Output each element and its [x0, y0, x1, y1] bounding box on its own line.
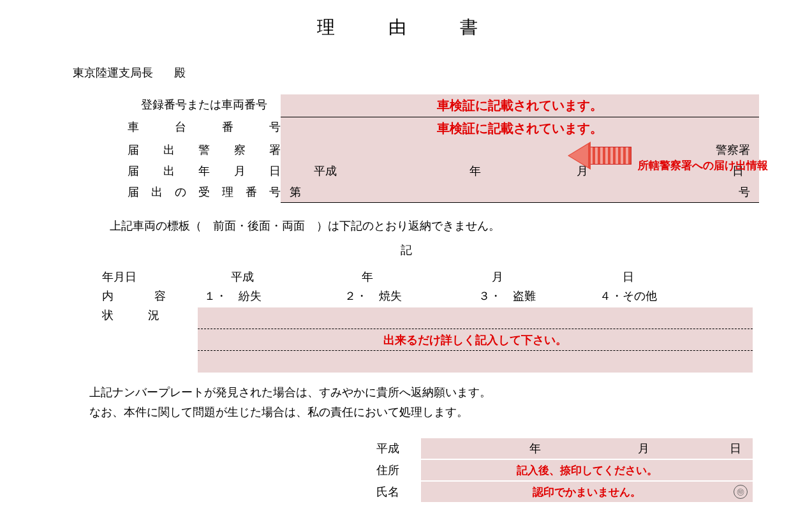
- plate-sentence: 上記車両の標板（ 前面・後面・両面 ）は下記のとおり返納できません。: [110, 218, 748, 233]
- field-event-date[interactable]: 平成 年 月 日: [204, 269, 753, 285]
- arrow-left-icon: [568, 147, 631, 165]
- footer-line-1: 上記ナンバープレートが発見された場合は、すみやかに貴所へ返納願います。: [89, 383, 748, 403]
- details-table: 年月日 平成 年 月 日 内 容 １・ 紛失 ２・ 焼失 ３・ 盗難 ４・その他…: [102, 269, 753, 373]
- footer-line-2: なお、本件に関して問題が生じた場合は、私の責任において処理します。: [89, 403, 748, 422]
- callout-police-info: 所轄警察署への届け出情報: [568, 140, 812, 171]
- option-lost[interactable]: １・ 紛失: [204, 288, 338, 304]
- row-event-date: 年月日 平成 年 月 日: [102, 269, 753, 285]
- label-chassis-number: 車 台 番 号: [128, 117, 281, 140]
- receipt-suffix: 号: [739, 184, 750, 200]
- callout-text: 所轄警察署への届け出情報: [638, 158, 768, 173]
- situation-line-1[interactable]: [198, 307, 753, 329]
- label-receipt-number: 届 出 の 受 理 番 号: [128, 182, 281, 203]
- era-label: 平成: [287, 163, 422, 179]
- situation-note: 出来るだけ詳しく記入して下さい。: [383, 332, 567, 348]
- addressee-honorific: 殿: [174, 66, 186, 79]
- reason-form: 理 由 書 東京陸運支局長 殿 登録番号または車両番号 車検証に記載されています…: [0, 0, 812, 525]
- label-address: 住所: [376, 462, 421, 478]
- option-burned[interactable]: ２・ 焼失: [344, 288, 472, 304]
- label-event-date: 年月日: [102, 269, 204, 285]
- document-title: 理 由 書: [64, 15, 748, 40]
- note-registration: 車検証に記載されています。: [287, 97, 753, 114]
- year-unit: 年: [422, 163, 529, 179]
- event-day-unit: 日: [623, 269, 753, 285]
- label-report-date: 届 出 年 月 日: [128, 161, 281, 182]
- sign-day-unit: 日: [730, 441, 741, 456]
- event-month-unit: 月: [492, 269, 623, 285]
- sign-era: 平成: [376, 441, 421, 456]
- plate-pre: 上記車両の標板（: [110, 219, 202, 232]
- signature-block: 平成 年 月 日 住所 記入後、捺印してください。 氏名 認印でかまいません。 …: [376, 438, 753, 502]
- addressee-name: 東京陸運支局長: [73, 66, 153, 79]
- event-year-unit: 年: [362, 269, 492, 285]
- sign-date-field[interactable]: 年 月 日: [421, 438, 753, 459]
- sign-row-address: 住所 記入後、捺印してください。: [376, 460, 753, 480]
- row-content: 内 容 １・ 紛失 ２・ 焼失 ３・ 盗難 ４・その他: [102, 288, 753, 304]
- addressee: 東京陸運支局長 殿: [73, 65, 748, 80]
- label-police-station: 届 出 警 察 署: [128, 140, 281, 161]
- situation-box[interactable]: 出来るだけ詳しく記入して下さい。: [198, 307, 753, 373]
- label-registration-number: 登録番号または車両番号: [128, 94, 281, 117]
- name-note: 認印でかまいません。: [533, 485, 641, 499]
- field-name[interactable]: 認印でかまいません。 ㊞: [421, 482, 753, 502]
- situation-line-2[interactable]: 出来るだけ詳しく記入して下さい。: [198, 329, 753, 351]
- plate-post: ）は下記のとおり返納できません。: [316, 219, 500, 232]
- event-era: 平成: [204, 269, 362, 285]
- situation-line-3[interactable]: [198, 351, 753, 373]
- label-content: 内 容: [102, 288, 204, 304]
- address-note: 記入後、捺印してください。: [517, 463, 658, 478]
- row-situation: 状 況 出来るだけ詳しく記入して下さい。: [102, 307, 753, 373]
- field-content-options[interactable]: １・ 紛失 ２・ 焼失 ３・ 盗難 ４・その他: [204, 288, 753, 304]
- option-stolen[interactable]: ３・ 盗難: [478, 288, 593, 304]
- sign-year-unit: 年: [529, 441, 541, 456]
- field-receipt-number[interactable]: 第 号: [281, 182, 759, 203]
- label-situation: 状 況: [102, 307, 198, 323]
- option-other[interactable]: ４・その他: [600, 288, 657, 304]
- plate-choices[interactable]: 前面・後面・両面: [202, 219, 316, 232]
- row-chassis-number: 車 台 番 号 車検証に記載されています。: [128, 117, 759, 140]
- label-name: 氏名: [376, 484, 421, 499]
- field-address[interactable]: 記入後、捺印してください。: [421, 460, 753, 480]
- sign-row-name: 氏名 認印でかまいません。 ㊞: [376, 482, 753, 502]
- field-chassis-number[interactable]: 車検証に記載されています。: [281, 117, 759, 140]
- vehicle-info-table: 登録番号または車両番号 車検証に記載されています。 車 台 番 号 車検証に記載…: [128, 94, 759, 203]
- row-receipt-number: 届 出 の 受 理 番 号 第 号: [128, 182, 759, 203]
- sign-month-unit: 月: [638, 441, 649, 456]
- field-situation[interactable]: 出来るだけ詳しく記入して下さい。: [198, 307, 753, 373]
- row-registration-number: 登録番号または車両番号 車検証に記載されています。: [128, 94, 759, 117]
- footer-paragraph: 上記ナンバープレートが発見された場合は、すみやかに貴所へ返納願います。 なお、本…: [89, 383, 748, 422]
- seal-icon: ㊞: [734, 485, 748, 499]
- receipt-prefix: 第: [290, 184, 301, 200]
- field-registration-number[interactable]: 車検証に記載されています。: [281, 94, 759, 117]
- note-chassis: 車検証に記載されています。: [287, 120, 753, 137]
- section-marker: 記: [64, 242, 748, 258]
- sign-row-date: 平成 年 月 日: [376, 438, 753, 459]
